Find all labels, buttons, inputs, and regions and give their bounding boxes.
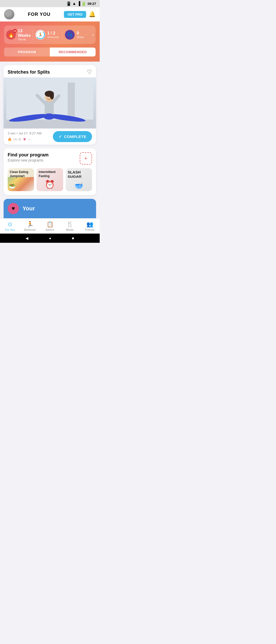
calorie-stat: 🔥 CAL 0 [8,137,21,141]
streak-value: 13 Weeks [18,29,33,38]
avatar[interactable] [4,9,14,19]
svg-point-13 [43,113,55,120]
nav-meals[interactable]: 🍴 Meals [60,218,80,234]
program-section-subtitle: Explore new programs [8,158,49,162]
flame-icon: 🔥 [8,137,12,141]
wifi-icon: ▲ [72,1,76,6]
program-grid: Clean EatingJumpstart 🥗 IntermittentFast… [8,168,92,191]
status-time: 09:27 [88,2,96,6]
heart-icon: ♥ [12,205,15,212]
workouts-label: Workouts [47,36,59,39]
program-clean-eating[interactable]: Clean EatingJumpstart 🥗 [8,168,34,191]
fire-icon: 🔥 13 [6,30,16,40]
program-slash-sugar[interactable]: SLASH SUGAR 🥣 [66,168,92,191]
notification-bell-icon[interactable]: 🔔 [89,11,96,18]
workout-image [4,77,96,129]
heart-rate-value: -- [28,137,31,141]
workout-time: 3 sec • Jul 27, 9:27 AM [8,131,41,135]
steps-value: 0 [77,31,84,36]
streak-label: Streak [18,38,33,41]
vibrate-icon: 📳 [66,1,71,6]
nav-workouts-label: Workouts [24,228,36,231]
clock-icon: ⏰ [45,179,55,190]
workouts-stat[interactable]: 🏃 1 / 2 Workouts [33,30,62,40]
complete-label: COMPLETE [64,134,86,139]
workouts-value: 1 / 2 [47,31,59,36]
heart-rate-icon: ♥ [23,137,26,142]
steps-icon: 👣 [65,30,75,40]
main-content: Stretches for Splits ♡ [0,62,100,218]
program-tabs: PROGRAM RECOMMENDED [4,48,96,56]
streak-stat[interactable]: 🔥 13 13 Weeks Streak [6,29,33,41]
status-icons: 📳 ▲ ▐ 🔋 [66,1,86,6]
friends-icon: 👥 [86,221,93,228]
nav-advice[interactable]: 📋 Advice [40,218,60,234]
workouts-icon: 🏃 [36,30,45,40]
workouts-nav-icon: 🏃 [27,221,33,228]
stats-arrow-icon[interactable]: › [92,32,94,38]
page-title: FOR YOU [28,12,51,17]
program-intermittent-fasting[interactable]: IntermittentFasting ⏰ [37,168,63,191]
signal-icon: ▐ [77,1,80,6]
tab-program[interactable]: PROGRAM [4,48,50,56]
check-icon: ✓ [59,134,62,139]
program-3-title: SLASH SUGAR [68,170,82,179]
food-icons: 🥗 [9,183,16,190]
status-bar: 📳 ▲ ▐ 🔋 09:27 [0,0,100,7]
calorie-value: 0 [19,137,20,141]
partial-card-text: Your [22,205,35,212]
home-button[interactable]: ● [49,236,51,240]
stats-row: 🔥 13 13 Weeks Streak 🏃 1 / 2 Workouts [4,26,96,44]
splits-illustration [6,77,93,129]
svg-point-10 [50,92,54,99]
meals-icon: 🍴 [66,221,73,228]
program-1-title: Clean EatingJumpstart [10,170,28,178]
android-navigation: ◀ ● ■ [0,234,100,243]
nav-advice-label: Advice [45,228,54,231]
workout-title: Stretches for Splits [8,70,50,75]
nav-workouts[interactable]: 🏃 Workouts [20,218,40,234]
nav-friends[interactable]: 👥 Friends [80,218,100,234]
steps-stat[interactable]: 👣 0 Steps [62,30,91,40]
steps-label: Steps [77,36,84,39]
bottom-navigation: ⊙ For You 🏃 Workouts 📋 Advice 🍴 Meals 👥 … [0,218,100,234]
nav-meals-label: Meals [66,228,73,231]
program-section-title: Find your program [8,152,49,158]
complete-button[interactable]: ✓ COMPLETE [53,131,92,142]
recent-button[interactable]: ■ [72,236,74,240]
for-you-icon: ⊙ [8,221,12,228]
nav-for-you[interactable]: ⊙ For You [0,218,20,234]
hero-section: 🔥 13 13 Weeks Streak 🏃 1 / 2 Workouts [0,21,100,62]
workout-card: Stretches for Splits ♡ [4,65,96,145]
add-program-button[interactable]: + [80,152,92,165]
nav-friends-label: Friends [85,228,95,231]
nav-for-you-label: For You [5,228,15,231]
streak-badge: 13 [13,29,17,33]
battery-icon: 🔋 [81,1,86,6]
heart-button[interactable]: ♥ [8,203,19,214]
back-button[interactable]: ◀ [26,236,28,240]
app-header: FOR YOU GET PRO 🔔 [0,7,100,21]
partial-card[interactable]: ♥ Your [4,199,96,218]
header-actions: GET PRO 🔔 [64,11,96,18]
program-2-title: IntermittentFasting [39,170,55,178]
cal-label: CAL [13,138,18,141]
favorite-button[interactable]: ♡ [87,69,92,75]
get-pro-button[interactable]: GET PRO [64,11,86,18]
plus-icon: + [84,155,88,162]
tab-recommended[interactable]: RECOMMENDED [50,48,96,56]
advice-icon: 📋 [47,221,53,228]
bowl-icon: 🥣 [74,181,83,190]
program-card: Find your program Explore new programs +… [4,148,96,195]
